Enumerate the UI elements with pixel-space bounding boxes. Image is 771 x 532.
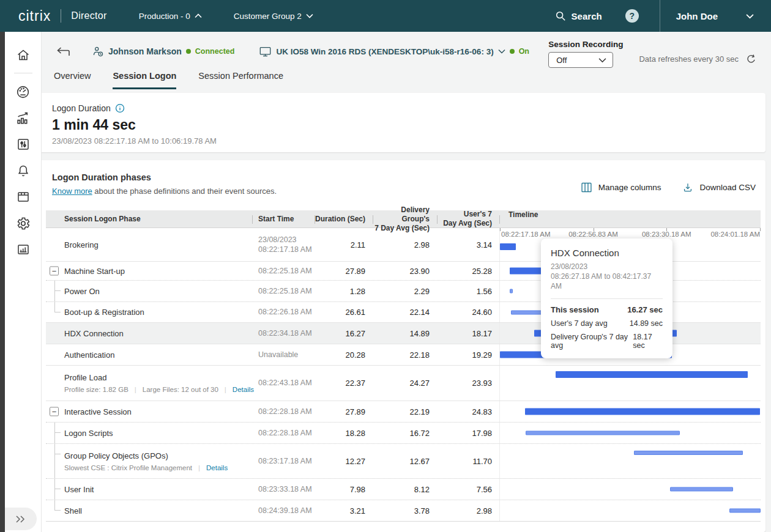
tooltip-divider bbox=[551, 298, 663, 299]
refresh-note-text: Data refreshes every 30 sec bbox=[639, 54, 739, 64]
tree-connector bbox=[54, 423, 61, 433]
tooltip-row: This session16.27 sec bbox=[551, 305, 663, 314]
phase-name: Logon Scripts bbox=[64, 429, 113, 438]
timeline-bar[interactable] bbox=[670, 487, 733, 492]
dg-avg-value: 24.27 bbox=[371, 379, 436, 388]
timeline-bar[interactable] bbox=[556, 371, 748, 378]
details-link[interactable]: Details bbox=[233, 386, 254, 393]
phase-row-user-init[interactable]: User Init08:23:33.18 AM7.988.127.56 bbox=[46, 478, 761, 500]
phase-cell: User Init bbox=[46, 479, 251, 500]
start-time-value: 08:23:33.18 AM bbox=[251, 484, 313, 494]
collapse-minus-icon[interactable]: − bbox=[50, 407, 59, 416]
know-more-link[interactable]: Know more bbox=[52, 187, 92, 196]
sidebar-item-trends[interactable] bbox=[12, 107, 34, 129]
timeline-bar[interactable] bbox=[526, 431, 680, 435]
dg-avg-value: 22.14 bbox=[371, 308, 436, 317]
user-avg-value: 18.17 bbox=[436, 329, 499, 338]
phase-name: Boot-up & Registration bbox=[64, 308, 144, 317]
phase-cell: Boot-up & Registration bbox=[46, 302, 251, 322]
logon-duration-range: 23/08/2023 08:22:17.18 AM to 10:06:19.78… bbox=[52, 136, 752, 146]
col-header-duration: Duration (Sec) bbox=[313, 215, 371, 223]
machine-chip[interactable]: UK IO58 Win 2016 RDS (XENDESKTOP\uk-i58-… bbox=[259, 46, 529, 57]
refresh-icon[interactable] bbox=[746, 54, 756, 64]
dg-avg-value: 14.89 bbox=[371, 329, 436, 338]
connected-status-label: Connected bbox=[195, 47, 235, 56]
phase-cell: Profile LoadProfile size: 1.82 GB|Large … bbox=[46, 366, 251, 401]
timeline-bar[interactable] bbox=[525, 408, 760, 415]
phase-cell: −Machine Start-up bbox=[46, 262, 251, 280]
top-app-bar: citrix Director Production - 0 Customer … bbox=[0, 0, 771, 32]
sidebar-item-home[interactable] bbox=[12, 44, 34, 66]
chevron-down-icon[interactable] bbox=[498, 49, 505, 54]
help-button[interactable]: ? bbox=[625, 9, 639, 23]
sidebar-item-alerts[interactable] bbox=[12, 160, 34, 182]
tab-session-logon[interactable]: Session Logon bbox=[113, 71, 176, 89]
session-user-chip[interactable]: Johnson Markson Connected bbox=[92, 45, 234, 57]
phase-row-shell[interactable]: Shell08:24:39.18 AM3.213.782.98 bbox=[46, 500, 761, 521]
start-time-value: 08:22:28.18 AM bbox=[251, 407, 313, 416]
double-chevron-right-icon bbox=[15, 515, 27, 523]
tab-overview[interactable]: Overview bbox=[54, 71, 91, 89]
user-menu[interactable]: John Doe bbox=[660, 11, 771, 21]
manage-columns-button[interactable]: Manage columns bbox=[580, 181, 661, 194]
search-button[interactable]: Search bbox=[555, 10, 602, 21]
chevron-down-icon bbox=[306, 13, 313, 18]
user-avg-value: 24.83 bbox=[436, 407, 499, 416]
user-avg-value: 1.56 bbox=[436, 287, 499, 296]
timeline-bar[interactable] bbox=[500, 243, 516, 250]
header-separator bbox=[315, 215, 315, 224]
sidebar-item-dashboard[interactable] bbox=[12, 81, 34, 103]
logon-duration-card: Logon Duration 1 min 44 sec 23/08/2023 0… bbox=[39, 93, 765, 152]
col-header-phase: Session Logon Phase bbox=[46, 210, 251, 227]
phase-row-profile-load[interactable]: Profile LoadProfile size: 1.82 GB|Large … bbox=[46, 365, 761, 401]
tooltip-date-range: 23/08/2023 08:26:27.18 AM to 08:42:17.37… bbox=[551, 262, 663, 292]
subtext-part: Profile size: 1.82 GB bbox=[64, 386, 128, 393]
tab-session-performance[interactable]: Session Performance bbox=[198, 71, 283, 89]
tooltip-title: HDX Connection bbox=[551, 248, 663, 258]
collapse-minus-icon[interactable]: − bbox=[50, 267, 59, 276]
sidebar-expand-button[interactable] bbox=[5, 508, 37, 530]
trends-chart-icon bbox=[15, 111, 31, 126]
session-user-name: Johnson Markson bbox=[108, 46, 182, 56]
site-selector[interactable]: Production - 0 bbox=[139, 12, 202, 21]
duration-value: 26.61 bbox=[313, 308, 371, 317]
report-chart-icon bbox=[16, 242, 31, 257]
sidebar-item-reports[interactable] bbox=[12, 238, 34, 260]
tooltip-row-value: 16.27 sec bbox=[627, 305, 663, 314]
back-button[interactable] bbox=[55, 45, 71, 58]
sidebar-item-filters[interactable] bbox=[12, 133, 34, 155]
duration-value: 18.28 bbox=[313, 429, 371, 438]
timeline-bar[interactable] bbox=[729, 509, 761, 513]
phase-row-logon-scripts[interactable]: Logon Scripts08:22:28.18 AM18.2816.7217.… bbox=[46, 422, 761, 443]
timeline-bar[interactable] bbox=[634, 451, 743, 455]
machine-name: UK IO58 Win 2016 RDS (XENDESKTOP\uk-i58-… bbox=[276, 47, 493, 56]
connected-status-dot bbox=[186, 49, 191, 54]
start-time-value: 08:22:25.18 AM bbox=[251, 286, 313, 296]
dg-avg-value: 8.12 bbox=[371, 485, 436, 494]
download-csv-button[interactable]: Download CSV bbox=[682, 182, 756, 194]
sidebar-item-applications[interactable] bbox=[12, 186, 34, 208]
search-label: Search bbox=[572, 11, 602, 21]
know-more-rest: about the phase definitions and their ev… bbox=[92, 187, 277, 196]
phase-row-group-policy-objects-gpos[interactable]: Group Policy Objects (GPOs)Slowest CSE :… bbox=[46, 443, 761, 478]
columns-icon bbox=[580, 181, 593, 194]
phase-name: Interactive Session bbox=[64, 407, 132, 416]
session-recording-select[interactable]: Off bbox=[548, 52, 613, 68]
site-selector-label: Production - 0 bbox=[139, 12, 190, 21]
user-avg-value: 24.60 bbox=[436, 308, 499, 317]
duration-value: 16.27 bbox=[313, 329, 371, 338]
phase-cell: HDX Connection bbox=[46, 323, 251, 344]
phase-name: Profile Load bbox=[64, 373, 106, 382]
group-selector[interactable]: Customer Group 2 bbox=[234, 12, 313, 21]
duration-value: 27.89 bbox=[313, 267, 371, 276]
timeline-bar[interactable] bbox=[510, 289, 513, 294]
sidebar-item-settings[interactable] bbox=[12, 212, 34, 234]
user-avg-value: 23.93 bbox=[436, 379, 499, 388]
details-link[interactable]: Details bbox=[206, 464, 228, 471]
phase-row-interactive-session[interactable]: −Interactive Session08:22:28.18 AM27.892… bbox=[46, 401, 761, 422]
user-avg-value: 2.98 bbox=[436, 506, 499, 515]
power-status-dot bbox=[510, 49, 515, 54]
tooltip-row-value: 14.89 sec bbox=[630, 319, 663, 328]
timeline-cell bbox=[499, 401, 761, 422]
info-icon[interactable] bbox=[115, 103, 125, 113]
